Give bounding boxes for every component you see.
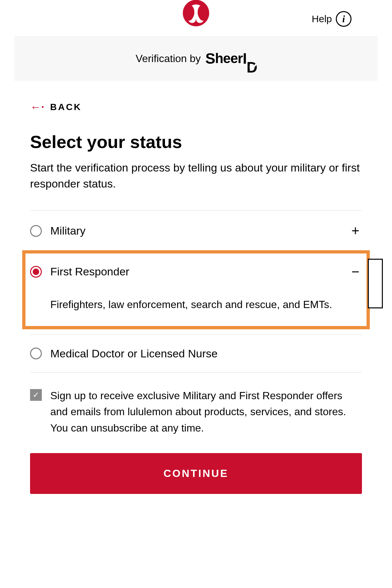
radio-icon — [30, 225, 42, 237]
plus-icon[interactable]: + — [349, 223, 362, 239]
option-medical[interactable]: Medical Doctor or Licensed Nurse — [30, 335, 362, 372]
radio-icon-selected — [30, 266, 42, 278]
back-button[interactable]: ←· BACK — [30, 101, 82, 113]
checkbox-checked-icon[interactable]: ✓ — [30, 389, 42, 401]
continue-button[interactable]: CONTINUE — [30, 453, 362, 494]
continue-label: CONTINUE — [163, 467, 228, 479]
option-label: Medical Doctor or Licensed Nurse — [50, 347, 362, 360]
brand-logo — [182, 0, 210, 27]
page-subtitle: Start the verification process by tellin… — [30, 160, 362, 192]
option-military[interactable]: Military + — [30, 211, 362, 251]
consent-text: Sign up to receive exclusive Military an… — [50, 388, 362, 436]
option-first-responder[interactable]: First Responder − Firefighters, law enfo… — [24, 252, 368, 328]
verification-banner: Verification by SheerI D — [14, 36, 378, 81]
consent-checkbox-row[interactable]: ✓ Sign up to receive exclusive Military … — [30, 373, 362, 453]
scrollbar-fragment — [368, 259, 383, 308]
back-label: BACK — [50, 102, 82, 112]
option-label: Military — [50, 224, 340, 237]
help-button[interactable]: Help i — [312, 11, 351, 27]
help-label: Help — [312, 13, 332, 24]
header: Help i — [14, 0, 378, 36]
radio-icon — [30, 348, 42, 359]
arrow-left-icon: ←· — [30, 101, 44, 113]
info-icon: i — [336, 11, 351, 27]
verification-prefix: Verification by — [136, 53, 201, 65]
minus-icon[interactable]: − — [349, 264, 362, 280]
page-title: Select your status — [30, 132, 362, 152]
option-description: Firefighters, law enforcement, search an… — [30, 292, 362, 325]
option-label: First Responder — [50, 265, 340, 278]
sheerid-logo: SheerI D — [205, 50, 256, 67]
